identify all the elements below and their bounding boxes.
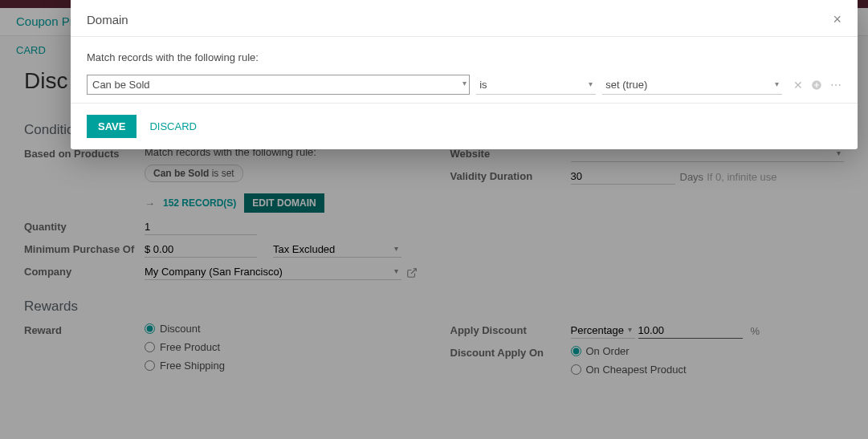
domain-field-select[interactable]: Can be Sold (87, 75, 470, 95)
modal-close-button[interactable]: × (833, 11, 842, 28)
save-button[interactable]: SAVE (87, 115, 137, 138)
modal-title: Domain (87, 13, 128, 26)
domain-value-select[interactable]: set (true) (602, 75, 782, 95)
domain-modal: Domain × Match records with the followin… (71, 0, 858, 149)
modal-description: Match records with the following rule: (87, 51, 842, 63)
remove-rule-icon[interactable]: ✕ (793, 79, 803, 91)
add-rule-icon[interactable] (811, 78, 822, 92)
discard-button[interactable]: DISCARD (149, 120, 197, 132)
domain-operator-select[interactable]: is (476, 75, 596, 95)
more-rule-icon[interactable]: ⋯ (830, 79, 842, 91)
